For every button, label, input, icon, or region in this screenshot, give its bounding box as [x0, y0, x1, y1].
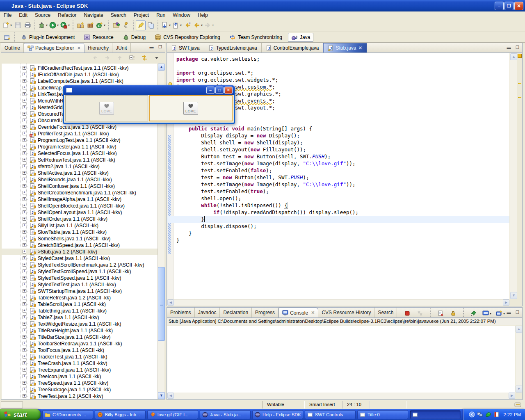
tab-problems[interactable]: Problems: [167, 308, 195, 317]
tree-expander-icon[interactable]: +: [23, 342, 26, 345]
tree-expander-icon[interactable]: +: [23, 112, 26, 116]
console-horizontal-scrollbar[interactable]: ◀ ▶: [167, 393, 515, 399]
tree-item[interactable]: +JSillyList.java 1.1 (ASCII -kk): [2, 222, 158, 229]
tree-expander-icon[interactable]: +: [23, 105, 26, 109]
perspective-debug-button[interactable]: Debug: [119, 33, 149, 42]
tree-item[interactable]: +JToolFocus.java 1.1 (ASCII -kk): [2, 347, 158, 354]
tree-expander-icon[interactable]: +: [23, 296, 26, 299]
tree-item[interactable]: +JStretchBltSpeed.java 1.1 (ASCII -kkv): [2, 242, 158, 249]
tree-expander-icon[interactable]: +: [23, 66, 26, 70]
new-class-button[interactable]: C▾: [95, 21, 106, 30]
editor-tab-swt.java[interactable]: JSWT.java: [167, 43, 204, 52]
tree-item[interactable]: +Jsferro2.java 1.1 (ASCII -kkv): [2, 163, 158, 170]
prev-annotation-button[interactable]: ▾: [171, 21, 183, 30]
run-button[interactable]: ▾: [48, 21, 59, 30]
window-titlebar[interactable]: Java - Stub.java - Eclipse SDK – ❐ ✕: [0, 0, 525, 11]
minimize-button[interactable]: –: [495, 2, 504, 10]
print-button[interactable]: [23, 21, 32, 30]
maximize-view-icon[interactable]: ❐: [514, 45, 520, 50]
tree-item[interactable]: +JShellBounds.java 1.1 (ASCII -kkv): [2, 176, 158, 183]
editor-vertical-scrollbar[interactable]: ▲ ▼: [510, 53, 517, 299]
editor-tab-controlexample.java[interactable]: JControlExample.java: [262, 43, 324, 52]
tree-expander-icon[interactable]: +: [23, 256, 26, 260]
dropdown-arrow-icon[interactable]: ▾: [212, 23, 214, 27]
remove-launches-button[interactable]: [415, 308, 425, 318]
tree-item[interactable]: +JLabelComputeSize.java 1.1 (ASCII -kk): [2, 78, 158, 84]
tree-expander-icon[interactable]: +: [23, 302, 26, 306]
scrollbar-thumb[interactable]: [158, 267, 165, 341]
tree-expander-icon[interactable]: +: [23, 355, 26, 358]
tree-expander-icon[interactable]: +: [23, 263, 26, 267]
tree-expander-icon[interactable]: +: [23, 178, 26, 181]
tab-cvs-resource-history[interactable]: CVS Resource History: [318, 308, 374, 317]
menu-item-search[interactable]: Search: [107, 12, 130, 18]
back-button[interactable]: ▾: [192, 21, 203, 30]
tree-expander-icon[interactable]: +: [23, 394, 26, 398]
last-edit-location-button[interactable]: [183, 21, 192, 30]
scroll-down-button[interactable]: ▼: [158, 392, 165, 399]
maximize-view-icon[interactable]: ❐: [514, 310, 520, 315]
view-menu-button[interactable]: [152, 53, 162, 63]
tree-item[interactable]: +JTableScroll.java 1.1 (ASCII -kk): [2, 301, 158, 308]
menu-item-navigate[interactable]: Navigate: [80, 12, 107, 18]
tree-expander-icon[interactable]: +: [23, 388, 26, 391]
dropdown-arrow-icon[interactable]: ▾: [490, 312, 491, 315]
tab-declaration[interactable]: Declaration: [220, 308, 252, 317]
menu-item-edit[interactable]: Edit: [15, 12, 31, 18]
tree-item[interactable]: +JShellOpenLayout.java 1.1 (ASCII -kkv): [2, 209, 158, 216]
tree-item[interactable]: +JShellOpenBlocked.java 1.1 (ASCII -kkv): [2, 203, 158, 209]
restore-button[interactable]: ❐: [504, 2, 514, 10]
tree-expander-icon[interactable]: +: [23, 309, 26, 313]
tree-item[interactable]: +JShellImageAlpha.java 1.1 (ASCII -kkv): [2, 196, 158, 203]
tree-item[interactable]: +JIFuckOffAndDie.java 1.1 (ASCII -kkv): [2, 71, 158, 78]
tree-expander-icon[interactable]: +: [23, 243, 26, 247]
tree-item[interactable]: +JShellConfuser.java 1.1 (ASCII -kkv): [2, 183, 158, 189]
close-tab-icon[interactable]: ✕: [358, 45, 363, 51]
tab-progress[interactable]: Progress: [252, 308, 278, 317]
tree-expander-icon[interactable]: +: [23, 125, 26, 129]
editor-horizontal-scrollbar[interactable]: ◀ ▶: [167, 299, 509, 306]
close-tab-icon[interactable]: ✕: [311, 310, 315, 315]
new-java-project-button[interactable]: J: [75, 21, 85, 30]
progress-indicator-icon[interactable]: [514, 402, 522, 408]
tree-item[interactable]: +JProgramLogTest.java 1.1 (ASCII -kkv): [2, 137, 158, 144]
tree-expander-icon[interactable]: +: [23, 374, 26, 378]
dropdown-arrow-icon[interactable]: ▾: [169, 23, 171, 27]
scroll-down-button[interactable]: ▼: [510, 292, 517, 299]
debug-button[interactable]: ▾: [37, 21, 48, 30]
love-button-disabled[interactable]: LOVE: [65, 95, 148, 121]
tree-item[interactable]: +JTextWidgetResize.java 1.1 (ASCII -kk): [2, 321, 158, 327]
dropdown-arrow-icon[interactable]: ▾: [46, 23, 48, 27]
menu-item-source[interactable]: Source: [31, 12, 54, 18]
tree-expander-icon[interactable]: +: [23, 132, 26, 135]
tab-console[interactable]: Console✕: [278, 308, 318, 317]
forward-history-button[interactable]: [103, 53, 112, 63]
scroll-left-button[interactable]: ◀: [167, 299, 174, 306]
tree-expander-icon[interactable]: +: [23, 315, 26, 319]
perspective-team-button[interactable]: Team Synchronizing: [226, 33, 285, 42]
tree-expander-icon[interactable]: +: [23, 79, 26, 83]
taskbar-task-1[interactable]: Billy Biggs - Inb...: [95, 410, 146, 419]
tree-expander-icon[interactable]: +: [23, 145, 26, 148]
new-package-button[interactable]: [85, 21, 95, 30]
scroll-up-button[interactable]: ▲: [158, 64, 165, 71]
up-button[interactable]: [115, 53, 125, 63]
tree-item[interactable]: +JSetRedrawTest.java 1.1 (ASCII -kk): [2, 157, 158, 163]
taskbar-task-6[interactable]: Title:0: [357, 410, 408, 419]
mark-occurrences-button[interactable]: [136, 21, 146, 30]
tree-expander-icon[interactable]: +: [23, 86, 26, 89]
link-editor-button[interactable]: [139, 53, 149, 63]
tab-javadoc[interactable]: Javadoc: [195, 308, 220, 317]
tree-item[interactable]: +JTreeSpeed.java 1.1 (ASCII -kkv): [2, 380, 158, 386]
tree-expander-icon[interactable]: +: [23, 368, 26, 372]
tree-expander-icon[interactable]: +: [23, 217, 26, 221]
tree-item[interactable]: +JTreeTest.java 1.2 (ASCII -kkv): [2, 393, 158, 399]
tree-expander-icon[interactable]: +: [23, 191, 26, 194]
perspective-cvs-button[interactable]: cvsCVS Repository Exploring: [151, 33, 224, 42]
tree-item[interactable]: +JShellCreationBenchmark.java 1.1 (ASCII…: [2, 189, 158, 196]
forward-button[interactable]: ▾: [203, 21, 215, 30]
tree-item[interactable]: +JToolbarSetRedraw.java 1.1 (ASCII -kk): [2, 340, 158, 347]
taskbar-task-7[interactable]: [410, 410, 461, 419]
scroll-down-button[interactable]: ▼: [516, 386, 522, 393]
back-history-button[interactable]: [90, 53, 100, 63]
